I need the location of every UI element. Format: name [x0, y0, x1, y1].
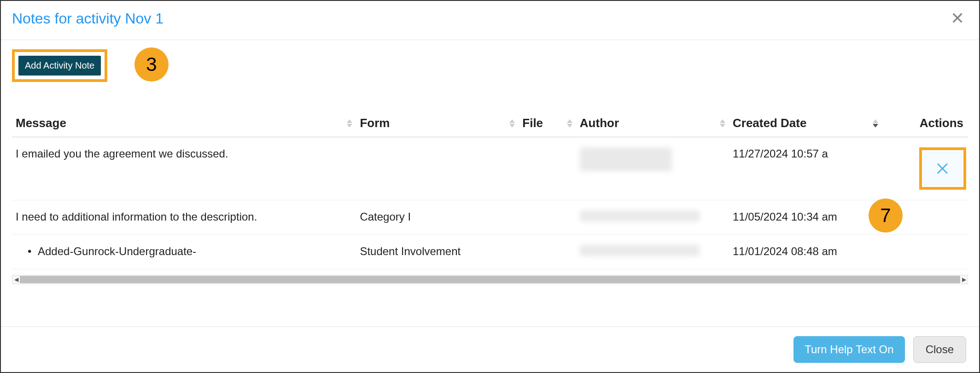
table-row: Added-Gunrock-Undergraduate- Student Inv… [12, 235, 968, 269]
cell-form: Category I [356, 200, 519, 235]
notes-modal: Notes for activity Nov 1 ✕ 3 7 Add Activ… [0, 0, 980, 373]
modal-title: Notes for activity Nov 1 [12, 10, 163, 27]
cell-form [356, 137, 519, 200]
cell-message: Added-Gunrock-Undergraduate- [12, 235, 356, 269]
delete-note-button[interactable] [924, 152, 962, 185]
column-label: File [522, 116, 543, 130]
add-activity-note-button[interactable]: Add Activity Note [18, 56, 101, 76]
redacted-author [580, 210, 700, 221]
sort-icon[interactable] [873, 119, 878, 128]
callout-badge-7: 7 [869, 198, 903, 233]
column-label: Actions [920, 116, 963, 130]
cell-file [519, 137, 576, 200]
column-label: Message [16, 116, 66, 130]
scroll-left-arrow-icon[interactable]: ◀ [12, 276, 20, 283]
cell-actions [882, 235, 968, 269]
table-header-row: Message Form File Author [12, 110, 968, 137]
cell-form: Student Involvement [356, 235, 519, 269]
bullet-text: Added-Gunrock-Undergraduate- [16, 245, 196, 257]
redacted-author [580, 245, 700, 256]
x-icon [934, 160, 951, 177]
column-label: Author [580, 116, 619, 130]
cell-created-date: 11/05/2024 10:34 am [729, 200, 882, 235]
redacted-author [580, 147, 672, 171]
cell-message: I need to additional information to the … [12, 200, 356, 235]
column-header-form[interactable]: Form [356, 110, 519, 137]
column-header-actions: Actions [882, 110, 968, 137]
column-header-file[interactable]: File [519, 110, 576, 137]
cell-created-date: 11/27/2024 10:57 a [729, 137, 882, 200]
add-activity-note-highlight: Add Activity Note [12, 49, 107, 82]
table-row: I emailed you the agreement we discussed… [12, 137, 968, 200]
modal-footer: Turn Help Text On Close [1, 326, 979, 372]
column-header-created-date[interactable]: Created Date [729, 110, 882, 137]
horizontal-scrollbar[interactable]: ◀ ▶ [12, 275, 968, 284]
cell-author [576, 235, 729, 269]
turn-help-text-on-button[interactable]: Turn Help Text On [793, 336, 904, 363]
sort-icon[interactable] [720, 119, 725, 128]
column-header-message[interactable]: Message [12, 110, 356, 137]
modal-header: Notes for activity Nov 1 ✕ [1, 1, 979, 40]
cell-file [519, 200, 576, 235]
sort-icon[interactable] [509, 119, 515, 128]
table-row: I need to additional information to the … [12, 200, 968, 235]
close-button[interactable]: Close [913, 336, 966, 363]
notes-table: Message Form File Author [12, 110, 968, 269]
column-label: Form [360, 116, 390, 130]
callout-badge-3: 3 [134, 47, 169, 82]
sort-icon[interactable] [567, 119, 572, 128]
cell-author [576, 137, 729, 200]
scroll-track[interactable] [20, 276, 960, 283]
close-icon[interactable]: ✕ [947, 8, 968, 29]
cell-message: I emailed you the agreement we discussed… [12, 137, 356, 200]
column-label: Created Date [733, 116, 806, 130]
cell-author [576, 200, 729, 235]
scroll-right-arrow-icon[interactable]: ▶ [960, 276, 968, 283]
cell-created-date: 11/01/2024 08:48 am [729, 235, 882, 269]
sort-icon[interactable] [347, 119, 352, 128]
cell-actions [882, 137, 968, 200]
modal-body: 3 7 Add Activity Note Message Form File [1, 40, 979, 326]
column-header-author[interactable]: Author [576, 110, 729, 137]
cell-file [519, 235, 576, 269]
delete-action-highlight [919, 147, 966, 190]
